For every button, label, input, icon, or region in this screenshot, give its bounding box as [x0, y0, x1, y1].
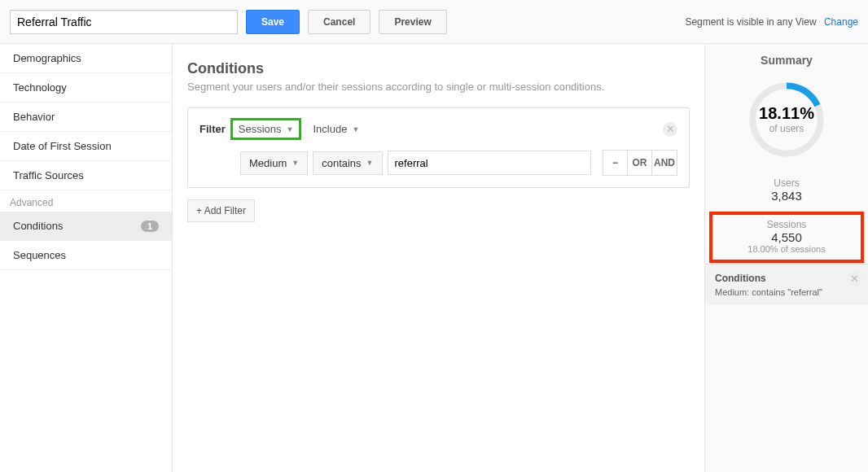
section-title: Conditions — [187, 60, 690, 77]
topbar: Save Cancel Preview Segment is visible i… — [0, 0, 868, 44]
or-button[interactable]: OR — [628, 151, 652, 175]
scope-dropdown[interactable]: Sessions ▼ — [232, 120, 300, 138]
conditions-count-badge: 1 — [141, 221, 159, 232]
conditions-card-title: Conditions — [715, 273, 858, 284]
cancel-button[interactable]: Cancel — [308, 10, 370, 34]
sidebar: Demographics Technology Behavior Date of… — [0, 44, 173, 472]
sidebar-item-traffic-sources[interactable]: Traffic Sources — [0, 161, 172, 190]
scope-dropdown-value: Sessions — [239, 123, 282, 135]
match-type-dropdown-value: contains — [322, 157, 361, 169]
remove-rule-button[interactable]: − — [603, 151, 628, 175]
stat-sessions: Sessions 4,550 18.00% of sessions — [710, 212, 863, 262]
include-dropdown[interactable]: Include ▼ — [306, 120, 366, 138]
summary-title: Summary — [705, 54, 868, 67]
sidebar-item-conditions[interactable]: Conditions 1 — [0, 212, 172, 241]
chevron-down-icon: ▼ — [287, 125, 294, 133]
dimension-dropdown-value: Medium — [249, 157, 287, 169]
rule-row: Medium ▼ contains ▼ − OR AND — [199, 150, 677, 176]
conditions-card-body: Medium: contains "referral" — [715, 287, 858, 297]
rule-operators: − OR AND — [603, 150, 677, 176]
users-label: Users — [705, 177, 868, 189]
save-button[interactable]: Save — [246, 10, 300, 34]
visibility-text: Segment is visible in any View — [685, 16, 816, 28]
conditions-card: ✕ Conditions Medium: contains "referral" — [705, 264, 868, 305]
filter-value-input[interactable] — [388, 151, 591, 175]
donut-sublabel: of users — [734, 123, 840, 134]
sidebar-item-label: Conditions — [13, 220, 63, 232]
dimension-dropdown[interactable]: Medium ▼ — [240, 151, 308, 175]
visibility-note: Segment is visible in any View Change — [685, 16, 858, 28]
change-link[interactable]: Change — [824, 16, 858, 28]
main-panel: Conditions Segment your users and/or the… — [173, 44, 705, 472]
match-type-dropdown[interactable]: contains ▼ — [313, 151, 382, 175]
remove-filter-icon[interactable]: ✕ — [663, 122, 677, 137]
sessions-label: Sessions — [710, 219, 863, 230]
filter-box: Filter Sessions ▼ Include ▼ ✕ Medium ▼ c… — [187, 107, 690, 188]
segment-name-input[interactable] — [10, 10, 238, 34]
sidebar-item-sequences[interactable]: Sequences — [0, 241, 172, 270]
include-dropdown-value: Include — [313, 123, 347, 135]
stat-users: Users 3,843 — [705, 173, 868, 211]
remove-condition-icon[interactable]: ✕ — [847, 271, 861, 286]
sidebar-item-demographics[interactable]: Demographics — [0, 44, 172, 73]
summary-panel: Summary 18.11% of users Users 3,843 Sess… — [705, 44, 868, 472]
add-filter-button[interactable]: + Add Filter — [187, 199, 255, 222]
donut-percent: 18.11% — [734, 104, 840, 123]
and-button[interactable]: AND — [652, 151, 677, 175]
sidebar-section-advanced: Advanced — [0, 190, 172, 212]
sessions-sublabel: 18.00% of sessions — [710, 244, 863, 254]
sidebar-item-behavior[interactable]: Behavior — [0, 103, 172, 132]
preview-button[interactable]: Preview — [379, 10, 446, 34]
filter-label: Filter — [199, 123, 226, 135]
chevron-down-icon: ▼ — [292, 159, 299, 167]
filter-head: Filter Sessions ▼ Include ▼ ✕ — [199, 120, 677, 138]
sidebar-item-technology[interactable]: Technology — [0, 73, 172, 103]
users-value: 3,843 — [705, 189, 868, 203]
sessions-value: 4,550 — [710, 230, 863, 244]
donut-chart: 18.11% of users — [705, 75, 868, 164]
chevron-down-icon: ▼ — [352, 125, 359, 133]
section-description: Segment your users and/or their sessions… — [187, 81, 690, 93]
chevron-down-icon: ▼ — [366, 159, 374, 167]
sidebar-item-date-first-session[interactable]: Date of First Session — [0, 132, 172, 161]
